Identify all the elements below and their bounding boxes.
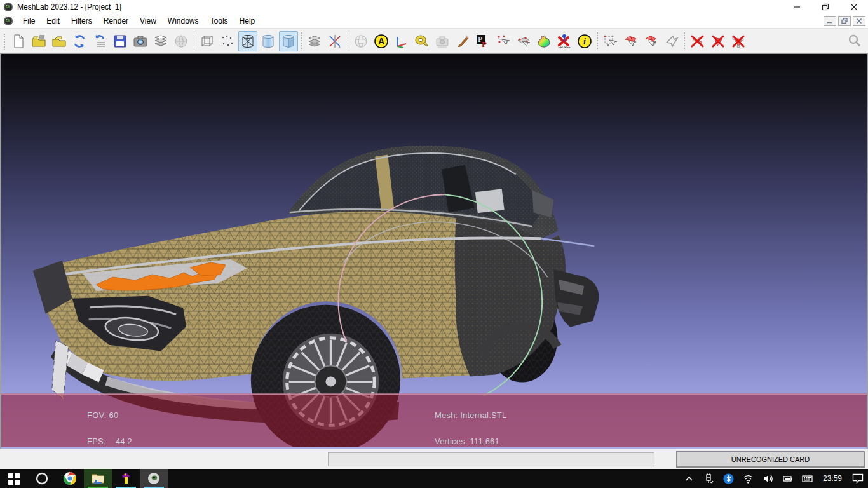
reload-all-button[interactable] [70,31,89,51]
tray-keyboard-button[interactable] [797,469,817,488]
show-labels-button[interactable]: A [372,31,391,51]
pick-points-button[interactable] [494,31,513,51]
toolbar-separator [684,32,685,50]
cortana-button[interactable] [28,469,56,488]
menu-help[interactable]: Help [234,15,261,27]
chrome-app[interactable] [56,469,84,488]
reload-mesh-button[interactable] [90,31,109,51]
point-picking-button[interactable]: PP [473,31,492,51]
close-button[interactable] [839,0,868,14]
mesh-3d-car[interactable] [1,54,867,447]
purple-app[interactable] [112,469,140,488]
snapshot-button[interactable] [131,31,150,51]
mdi-close-button[interactable] [853,16,865,26]
gl-viewport[interactable]: FOV: 60 FPS: 44.2 BO_RENDERING Mesh: Int… [0,54,868,449]
menu-filters[interactable]: Filters [65,15,98,27]
explorer-app[interactable] [84,469,112,488]
select-lasso-button[interactable] [662,31,681,51]
mdi-restore-button[interactable] [838,16,851,26]
mdi-window-controls [824,16,865,26]
search-button[interactable] [848,34,862,50]
delete-selected-faces-vertices-button[interactable] [729,31,748,51]
point-picking-icon: PP [475,34,491,49]
delete-selected-faces-button[interactable] [709,31,728,51]
action-center-icon [852,473,864,484]
delete-selected-faces-vertices-icon [731,34,746,49]
explorer-app-icon [90,471,105,486]
restore-button[interactable] [811,0,839,14]
open-mesh-icon [51,34,67,49]
system-tray: 23:59 [679,469,868,488]
menu-tools[interactable]: Tools [205,15,234,27]
show-layers-button[interactable] [151,31,170,51]
move-points-button[interactable] [514,31,533,51]
open-project-button[interactable] [29,31,48,51]
hud-fps: FPS: 44.2 [87,437,154,446]
show-trackball-button[interactable] [351,31,370,51]
select-faces-all-button[interactable] [642,31,661,51]
open-mesh-button[interactable] [50,31,69,51]
menu-windows[interactable]: Windows [162,15,205,27]
draw-hidden-lines-icon [307,34,322,49]
hud-mesh-name: Mesh: Internal.STL [435,411,506,420]
raster-alignment-button[interactable] [433,31,452,51]
menu-edit[interactable]: Edit [41,15,65,27]
measure-tool-icon [414,34,430,49]
svg-text:A: A [378,36,384,46]
draw-smooth-button[interactable] [259,31,278,51]
paint-tool-button[interactable] [453,31,472,51]
hud-vertices: Vertices: 111,661 [435,437,506,446]
draw-hidden-lines-button[interactable] [305,31,324,51]
info-tool-button[interactable]: i [575,31,594,51]
minimize-icon [793,3,801,11]
web-export-button[interactable] [172,31,191,51]
draw-bbox-button[interactable] [198,31,217,51]
action-center-button[interactable] [848,469,868,488]
draw-wireframe-icon [240,34,255,49]
select-lasso-icon [664,34,679,49]
menu-view[interactable]: View [134,15,162,27]
purple-app-icon [118,471,133,486]
start-button[interactable] [0,469,28,488]
meshlab-app[interactable] [140,469,168,488]
minimize-button[interactable] [782,0,811,14]
close-icon [850,3,858,11]
select-faces-all-icon [644,34,659,49]
georef-tool-icon: GEOREF [557,34,572,49]
georef-tool-button[interactable]: GEOREF [555,31,574,51]
draw-wireframe-button[interactable] [238,31,257,51]
tray-volume-button[interactable] [758,469,778,488]
draw-axes-button[interactable]: yx [325,31,344,51]
show-labels-icon: A [374,34,389,49]
mdi-minimize-button[interactable] [824,16,836,26]
clock[interactable]: 23:59 [817,474,848,483]
save-mesh-button[interactable] [111,31,130,51]
toolbar-separator [194,32,194,50]
menu-render[interactable]: Render [98,15,134,27]
draw-flat-button[interactable] [279,31,298,51]
cortana-button-icon [34,471,50,486]
select-vertices-button[interactable] [601,31,620,51]
select-faces-button[interactable] [621,31,641,51]
mdi-close-icon [856,18,862,24]
new-document-button[interactable] [9,31,28,51]
restore-icon [822,3,829,11]
tray-battery-icon [782,473,793,484]
tray-bluetooth-button[interactable] [719,469,738,488]
tray-volume-icon [763,473,773,484]
main-toolbar: yxAPPGEOREFi [0,29,868,54]
orthographic-view-button[interactable] [392,31,411,51]
delete-selected-vertices-button[interactable] [688,31,707,51]
windows-taskbar: 23:59 [0,469,868,488]
tray-wifi-button[interactable] [738,469,758,488]
quality-mapper-button[interactable] [534,31,553,51]
tray-chevron-button[interactable] [679,469,699,488]
pick-points-icon [496,34,511,49]
tray-battery-button[interactable] [778,469,797,488]
draw-points-button[interactable] [218,31,237,51]
toolbar-grip[interactable] [3,33,6,50]
measure-tool-button[interactable] [412,31,431,51]
title-bar: MeshLab 2023.12 - [Project_1] [0,0,868,14]
tray-usb-button[interactable] [699,469,719,488]
menu-file[interactable]: File [17,15,41,27]
